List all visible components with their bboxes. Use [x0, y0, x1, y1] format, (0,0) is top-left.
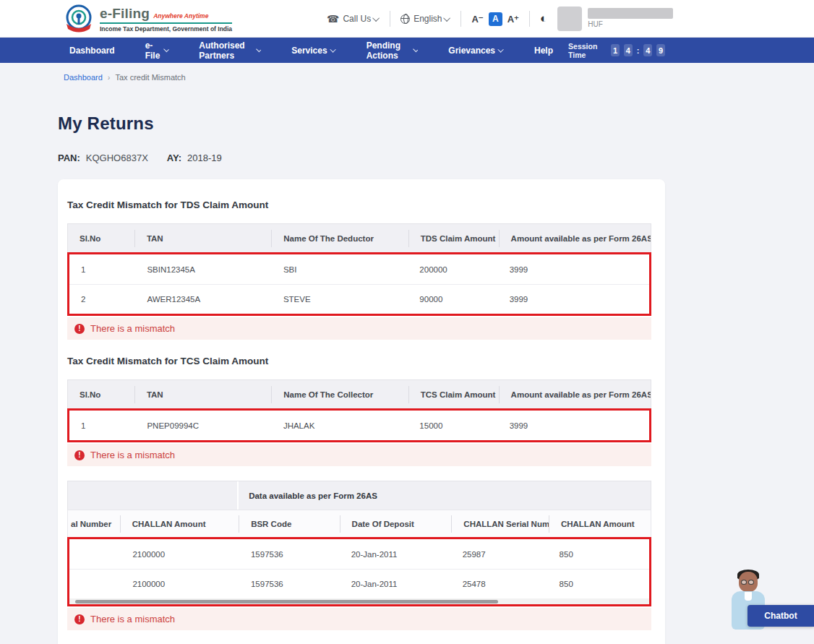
- nav-e-file[interactable]: e-File: [130, 38, 184, 63]
- call-us-menu[interactable]: ☎ Call Us: [327, 13, 380, 25]
- table-row: 2100000 1597536 20-Jan-2011 25987 850: [69, 539, 649, 569]
- font-normal-button[interactable]: A: [489, 12, 502, 26]
- divider: [460, 11, 461, 27]
- column-header: Sl.No: [68, 386, 134, 403]
- nav-pending-actions[interactable]: Pending Actions: [351, 38, 434, 63]
- logo-tagline: Anywhere Anytime: [153, 12, 208, 20]
- cell: 3999: [498, 265, 649, 274]
- nav-dashboard[interactable]: Dashboard: [54, 38, 130, 63]
- cell: 25987: [451, 550, 548, 559]
- nav-label: Pending Actions: [367, 40, 411, 61]
- column-header: CHALLAN Amount: [549, 515, 651, 533]
- divider: [529, 11, 530, 27]
- chevron-down-icon: [413, 46, 418, 51]
- cell: PNEP09994C: [135, 421, 271, 430]
- cell: 850: [548, 550, 649, 559]
- language-label: English: [414, 14, 442, 24]
- chevron-down-icon: [330, 46, 335, 52]
- warning-icon: !: [74, 324, 85, 334]
- page-title: My Returns: [58, 113, 814, 134]
- nav-authorised-partners[interactable]: Authorised Partners: [184, 38, 276, 63]
- challan-mismatch-highlight: 2100000 1597536 20-Jan-2011 25987 850 21…: [67, 537, 651, 606]
- cell: 200000: [408, 265, 497, 274]
- warning-text: There is a mismatch: [90, 614, 175, 624]
- nav-help[interactable]: Help: [519, 38, 568, 63]
- tds-section-title: Tax Credit Mismatch for TDS Claim Amount: [67, 199, 651, 210]
- tds-mismatch-warning: ! There is a mismatch: [67, 317, 651, 340]
- pan-ay-row: PAN: KQGHO6837X AY: 2018-19: [58, 153, 814, 163]
- cell: STEVE: [272, 295, 408, 304]
- cell: 20-Jan-2011: [340, 550, 451, 559]
- cell: AWER12345A: [135, 295, 271, 304]
- logo-subtitle: Income Tax Department, Government of Ind…: [100, 25, 232, 33]
- session-colon: :: [637, 46, 640, 55]
- column-header: Date Of Deposit: [340, 515, 452, 533]
- challan-table: Data available as per Form 26AS al Numbe…: [67, 481, 651, 606]
- nav-grievances[interactable]: Grievances: [433, 38, 519, 63]
- chevron-down-icon: [163, 46, 168, 51]
- chatbot-button[interactable]: Chatbot: [747, 605, 814, 627]
- warning-icon: !: [74, 450, 85, 460]
- session-digit: 1: [611, 44, 620, 56]
- nav-label: Grievances: [448, 46, 495, 56]
- user-type-label: HUF: [588, 20, 673, 28]
- breadcrumb: Dashboard › Tax credit Mismatch: [64, 73, 814, 82]
- scrollbar-thumb[interactable]: [75, 600, 498, 604]
- column-header: Sl.No: [68, 230, 134, 247]
- nav-label: Authorised Partners: [199, 40, 254, 61]
- nav-label: e-File: [145, 40, 161, 61]
- avatar: [557, 7, 582, 31]
- cell: 3999: [498, 295, 649, 304]
- chatbot-avatar-collar: [745, 592, 752, 601]
- language-menu[interactable]: English: [400, 14, 450, 24]
- tcs-mismatch-warning: ! There is a mismatch: [67, 444, 651, 466]
- cell: 1597536: [239, 580, 340, 588]
- tcs-table: Sl.No TAN Name Of The Collector TCS Clai…: [67, 379, 651, 442]
- breadcrumb-current: Tax credit Mismatch: [116, 73, 186, 82]
- cell: 2100000: [121, 580, 239, 588]
- cell: 1597536: [239, 550, 340, 559]
- nav-label: Help: [534, 46, 553, 56]
- column-header: Name Of The Collector: [271, 386, 408, 403]
- globe-icon: [400, 14, 410, 24]
- challan-group-header: Data available as per Form 26AS: [67, 481, 651, 510]
- font-increase-button[interactable]: A⁺: [507, 14, 519, 25]
- chevron-down-icon: [444, 14, 451, 22]
- cell: 1: [69, 421, 135, 430]
- challan-column-header: al Number CHALLAN Amount BSR Code Date O…: [67, 510, 651, 537]
- income-tax-emblem-icon: [64, 4, 94, 34]
- session-timer: Session Time 1 4 : 4 9: [568, 42, 665, 59]
- logo-title: e-Filing: [100, 6, 150, 22]
- column-header: BSR Code: [239, 515, 339, 533]
- challan-mismatch-warning: ! There is a mismatch: [67, 608, 651, 630]
- phone-icon: ☎: [327, 13, 339, 25]
- nav-services[interactable]: Services: [276, 38, 351, 63]
- column-header-truncated: al Number: [68, 515, 120, 533]
- cell: SBI: [272, 265, 408, 274]
- session-digit: 9: [656, 44, 665, 56]
- tds-table-header: Sl.No TAN Name Of The Deductor TDS Claim…: [67, 223, 651, 252]
- font-decrease-button[interactable]: A⁻: [471, 14, 483, 25]
- column-header: TAN: [134, 230, 271, 247]
- glasses-icon: [741, 580, 755, 585]
- breadcrumb-dashboard-link[interactable]: Dashboard: [64, 73, 103, 82]
- session-time-label: Session Time: [568, 42, 607, 59]
- pan-label: PAN:: [58, 153, 80, 163]
- tcs-mismatch-highlight: 1 PNEP09994C JHALAK 15000 3999: [67, 408, 651, 442]
- contrast-toggle-icon[interactable]: ◐: [540, 12, 547, 26]
- chevron-down-icon: [256, 46, 261, 51]
- column-header: TAN: [134, 386, 271, 403]
- main-navbar: Dashboard e-File Authorised Partners Ser…: [0, 38, 814, 63]
- divider: [390, 11, 390, 27]
- horizontal-scrollbar[interactable]: [69, 598, 649, 604]
- warning-icon: !: [74, 614, 85, 624]
- nav-label: Dashboard: [69, 46, 115, 56]
- column-header: Amount available as per Form 26AS: [499, 230, 651, 247]
- efiling-logo[interactable]: e-Filing Anywhere Anytime Income Tax Dep…: [64, 4, 232, 34]
- breadcrumb-separator: ›: [108, 73, 111, 82]
- tax-credit-mismatch-card: Tax Credit Mismatch for TDS Claim Amount…: [58, 179, 665, 644]
- column-header: CHALLAN Serial Number: [451, 515, 549, 533]
- column-header: Name Of The Deductor: [271, 230, 408, 247]
- cell: 1: [69, 265, 135, 274]
- user-profile-menu[interactable]: HUF: [557, 7, 673, 31]
